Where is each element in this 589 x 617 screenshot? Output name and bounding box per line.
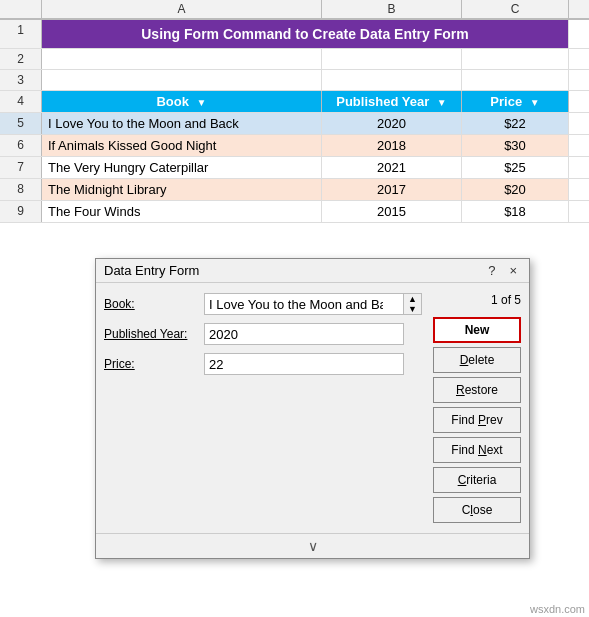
row-1: 1 Using Form Command to Create Data Entr… — [0, 20, 589, 49]
dialog-buttons: 1 of 5 New Delete Restore Find Prev Find… — [433, 293, 521, 523]
title-cell: Using Form Command to Create Data Entry … — [42, 20, 569, 48]
year-input-wrap — [204, 323, 423, 345]
find-next-button[interactable]: Find Next — [433, 437, 521, 463]
cell-5c: 2020 — [322, 113, 462, 134]
watermark: wsxdn.com — [530, 603, 585, 615]
cell-9d: $18 — [462, 201, 569, 222]
cell-7d: $25 — [462, 157, 569, 178]
price-input-wrap — [204, 353, 423, 375]
year-input[interactable] — [204, 323, 404, 345]
row-num-5: 5 — [0, 113, 42, 134]
header-year: Published Year ▼ — [322, 91, 462, 112]
corner-cell — [0, 0, 42, 19]
year-label-rest: ublished Year: — [112, 327, 187, 341]
cell-8b: The Midnight Library — [42, 179, 322, 200]
cell-6d: $30 — [462, 135, 569, 156]
cell-3c — [322, 70, 462, 90]
book-field-row: Book: ▲ ▼ — [104, 293, 423, 315]
cell-2d — [462, 49, 569, 69]
price-label-p: P — [104, 357, 112, 371]
filter-year-icon[interactable]: ▼ — [437, 97, 447, 108]
row-num-4: 4 — [0, 91, 42, 112]
book-input-wrap: ▲ ▼ — [204, 293, 423, 315]
col-header-c: C — [462, 0, 569, 19]
filter-price-icon[interactable]: ▼ — [530, 97, 540, 108]
find-next-underline: N — [478, 443, 487, 457]
close-dialog-button[interactable]: Close — [433, 497, 521, 523]
data-entry-dialog: Data Entry Form ? × Book: ▲ ▼ — [95, 258, 530, 559]
cell-2c — [322, 49, 462, 69]
restore-button[interactable]: Restore — [433, 377, 521, 403]
cell-3d — [462, 70, 569, 90]
criteria-button[interactable]: Criteria — [433, 467, 521, 493]
header-price: Price ▼ — [462, 91, 569, 112]
row-2: 2 — [0, 49, 589, 70]
row-num-3: 3 — [0, 70, 42, 90]
header-book: Book ▼ — [42, 91, 322, 112]
row-num-1: 1 — [0, 20, 42, 48]
dialog-title-buttons: ? × — [484, 263, 521, 278]
row-num-9: 9 — [0, 201, 42, 222]
book-scroll-btn[interactable]: ▲ ▼ — [404, 293, 422, 315]
cell-9b: The Four Winds — [42, 201, 322, 222]
cell-6c: 2018 — [322, 135, 462, 156]
col-header-d: D — [569, 0, 589, 19]
dialog-footer: ∨ — [96, 533, 529, 558]
new-button[interactable]: New — [433, 317, 521, 343]
find-prev-underline: P — [478, 413, 486, 427]
row-7: 7 The Very Hungry Caterpillar 2021 $25 — [0, 157, 589, 179]
cell-8d: $20 — [462, 179, 569, 200]
dialog-title: Data Entry Form — [104, 263, 199, 278]
cell-2b — [42, 49, 322, 69]
cell-5b: I Love You to the Moon and Back — [42, 113, 322, 134]
row-num-6: 6 — [0, 135, 42, 156]
spreadsheet: A B C D 1 Using Form Command to Create D… — [0, 0, 589, 223]
book-input[interactable] — [204, 293, 404, 315]
dialog-help-button[interactable]: ? — [484, 263, 499, 278]
price-input[interactable] — [204, 353, 404, 375]
year-label: Published Year: — [104, 327, 204, 341]
record-info: 1 of 5 — [433, 293, 521, 307]
row-8: 8 The Midnight Library 2017 $20 — [0, 179, 589, 201]
delete-underline: D — [460, 353, 469, 367]
dialog-body: Book: ▲ ▼ Published Year: — [96, 283, 529, 533]
price-field-row: Price: — [104, 353, 423, 375]
price-label: Price: — [104, 357, 204, 371]
row-4: 4 Book ▼ Published Year ▼ Price ▼ — [0, 91, 589, 113]
cell-9c: 2015 — [322, 201, 462, 222]
cell-6b: If Animals Kissed Good Night — [42, 135, 322, 156]
cell-5d: $22 — [462, 113, 569, 134]
year-field-row: Published Year: — [104, 323, 423, 345]
book-label: Book: — [104, 297, 204, 311]
price-label-rest: ice: — [116, 357, 135, 371]
row-5: 5 I Love You to the Moon and Back 2020 $… — [0, 113, 589, 135]
dialog-fields: Book: ▲ ▼ Published Year: — [104, 293, 433, 523]
book-label-underline: B — [104, 297, 112, 311]
find-prev-button[interactable]: Find Prev — [433, 407, 521, 433]
dialog-titlebar: Data Entry Form ? × — [96, 259, 529, 283]
col-headers: A B C D — [0, 0, 589, 20]
row-9: 9 The Four Winds 2015 $18 — [0, 201, 589, 223]
row-6: 6 If Animals Kissed Good Night 2018 $30 — [0, 135, 589, 157]
book-label-rest: ook: — [112, 297, 135, 311]
col-header-b: B — [322, 0, 462, 19]
restore-underline: R — [456, 383, 465, 397]
cell-3b — [42, 70, 322, 90]
row-num-2: 2 — [0, 49, 42, 69]
row-num-8: 8 — [0, 179, 42, 200]
cell-7c: 2021 — [322, 157, 462, 178]
row-3: 3 — [0, 70, 589, 91]
dialog-close-button[interactable]: × — [505, 263, 521, 278]
col-header-a: A — [42, 0, 322, 19]
row-num-7: 7 — [0, 157, 42, 178]
year-label-underline: P — [104, 327, 112, 341]
cell-8c: 2017 — [322, 179, 462, 200]
scroll-down-icon[interactable]: ∨ — [308, 538, 318, 554]
cell-7b: The Very Hungry Caterpillar — [42, 157, 322, 178]
filter-book-icon[interactable]: ▼ — [197, 97, 207, 108]
delete-button[interactable]: Delete — [433, 347, 521, 373]
